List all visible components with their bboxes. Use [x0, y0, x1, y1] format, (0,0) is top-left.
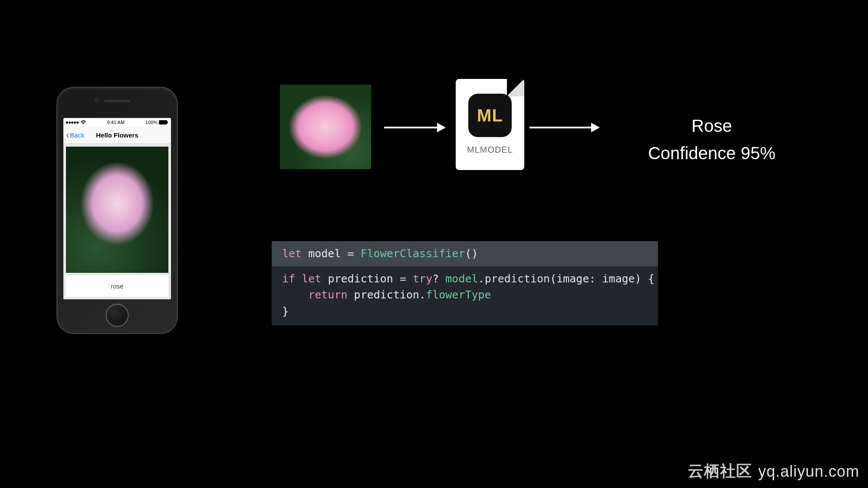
mlmodel-file-icon: ML MLMODEL — [456, 79, 524, 170]
classification-label: rose — [66, 275, 168, 297]
screen-body: rose — [63, 144, 171, 299]
phone-speaker — [104, 100, 130, 102]
phone-screen: 9:41 AM 100% ‹ Back Hello Flowers rose — [63, 118, 171, 299]
status-battery: 100% — [145, 120, 168, 125]
signal-icon — [66, 121, 79, 124]
status-bar: 9:41 AM 100% — [63, 118, 171, 127]
page-title: Hello Flowers — [63, 131, 171, 139]
output-confidence: Confidence 95% — [612, 144, 812, 163]
svg-rect-0 — [159, 120, 167, 124]
watermark-cn: 云栖社区 — [688, 461, 752, 482]
code-body: if let prediction = try? model.predictio… — [272, 266, 658, 326]
output-class: Rose — [612, 116, 812, 136]
watermark: 云栖社区 yq.aliyun.com — [688, 461, 859, 482]
code-line-1: let model = FlowerClassifier() — [272, 241, 658, 266]
rose-photo — [66, 147, 168, 273]
file-fold-icon — [507, 79, 524, 96]
input-rose-image — [280, 85, 371, 169]
arrow-icon — [529, 127, 599, 128]
svg-rect-1 — [167, 121, 168, 123]
wifi-icon — [80, 120, 86, 124]
arrow-icon — [384, 127, 445, 128]
prediction-output: Rose Confidence 95% — [612, 116, 812, 163]
phone-camera — [95, 98, 99, 102]
iphone-mockup: 9:41 AM 100% ‹ Back Hello Flowers rose — [56, 87, 178, 334]
status-left — [66, 120, 86, 124]
code-snippet: let model = FlowerClassifier() if let pr… — [272, 241, 658, 325]
nav-bar: ‹ Back Hello Flowers — [63, 127, 171, 144]
watermark-en: yq.aliyun.com — [758, 462, 859, 481]
home-button[interactable] — [105, 304, 129, 327]
ml-badge-icon: ML — [468, 94, 512, 137]
status-time: 9:41 AM — [107, 120, 125, 125]
file-type-label: MLMODEL — [467, 145, 513, 155]
